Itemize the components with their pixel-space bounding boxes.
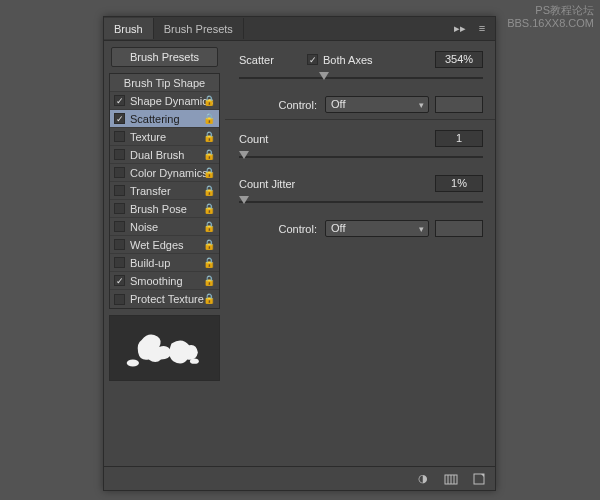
label: Dual Brush: [130, 149, 184, 161]
checkbox-brush-pose[interactable]: [114, 203, 125, 214]
new-brush-icon[interactable]: [443, 472, 459, 486]
option-noise[interactable]: Noise🔒: [110, 218, 219, 236]
count-slider[interactable]: [239, 151, 483, 165]
label: Color Dynamics: [130, 167, 208, 179]
option-shape-dynamics[interactable]: Shape Dynamics🔒: [110, 92, 219, 110]
checkbox-dual-brush[interactable]: [114, 149, 125, 160]
label: Noise: [130, 221, 158, 233]
lock-icon[interactable]: 🔒: [203, 203, 215, 214]
option-protect-texture[interactable]: Protect Texture🔒: [110, 290, 219, 308]
label: Shape Dynamics: [130, 95, 213, 107]
toggle-preview-icon[interactable]: ◑: [415, 472, 431, 486]
lock-icon[interactable]: 🔒: [203, 167, 215, 178]
lock-icon[interactable]: 🔒: [203, 293, 215, 304]
brush-preview-shape: [110, 316, 219, 380]
checkbox-both-axes[interactable]: [307, 54, 318, 65]
option-wet-edges[interactable]: Wet Edges🔒: [110, 236, 219, 254]
label: Build-up: [130, 257, 170, 269]
brush-options-list: Brush Tip Shape Shape Dynamics🔒 Scatteri…: [109, 73, 220, 309]
scattering-settings: Scatter Both Axes 354% Control: Off Coun…: [225, 41, 495, 466]
label: Protect Texture: [130, 293, 204, 305]
count-jitter-control-swatch: [435, 220, 483, 237]
scatter-slider[interactable]: [239, 72, 483, 86]
option-scattering[interactable]: Scattering🔒: [110, 110, 219, 128]
count-jitter-value[interactable]: 1%: [435, 175, 483, 192]
option-texture[interactable]: Texture🔒: [110, 128, 219, 146]
control-label: Control:: [239, 99, 325, 111]
option-build-up[interactable]: Build-up🔒: [110, 254, 219, 272]
checkbox-shape-dynamics[interactable]: [114, 95, 125, 106]
count-jitter-control-select[interactable]: Off: [325, 220, 429, 237]
lock-icon[interactable]: 🔒: [203, 185, 215, 196]
brush-panel: Brush Brush Presets ▸▸ ≡ Brush Presets B…: [103, 16, 496, 491]
svg-point-1: [190, 359, 199, 364]
tab-brush[interactable]: Brush: [104, 18, 154, 39]
checkbox-texture[interactable]: [114, 131, 125, 142]
label: Wet Edges: [130, 239, 184, 251]
svg-point-0: [127, 359, 139, 366]
option-transfer[interactable]: Transfer🔒: [110, 182, 219, 200]
lock-icon[interactable]: 🔒: [203, 131, 215, 142]
label: Smoothing: [130, 275, 183, 287]
scatter-value[interactable]: 354%: [435, 51, 483, 68]
count-jitter-slider[interactable]: [239, 196, 483, 210]
option-dual-brush[interactable]: Dual Brush🔒: [110, 146, 219, 164]
lock-icon[interactable]: 🔒: [203, 221, 215, 232]
checkbox-scattering[interactable]: [114, 113, 125, 124]
checkbox-build-up[interactable]: [114, 257, 125, 268]
tab-brush-presets[interactable]: Brush Presets: [154, 18, 244, 39]
checkbox-protect-texture[interactable]: [114, 294, 125, 305]
brush-preview: [109, 315, 220, 381]
control-label-2: Control:: [239, 223, 325, 235]
both-axes-label: Both Axes: [323, 54, 373, 66]
brush-tip-shape-button[interactable]: Brush Tip Shape: [110, 74, 219, 92]
checkbox-wet-edges[interactable]: [114, 239, 125, 250]
toggle-panel-icon[interactable]: ▸▸: [453, 21, 467, 35]
lock-icon[interactable]: 🔒: [203, 239, 215, 250]
scatter-control-select[interactable]: Off: [325, 96, 429, 113]
panel-footer: ◑: [104, 466, 495, 490]
option-brush-pose[interactable]: Brush Pose🔒: [110, 200, 219, 218]
lock-icon[interactable]: 🔒: [203, 149, 215, 160]
lock-icon[interactable]: 🔒: [203, 113, 215, 124]
checkbox-transfer[interactable]: [114, 185, 125, 196]
count-value[interactable]: 1: [435, 130, 483, 147]
label: Transfer: [130, 185, 171, 197]
count-jitter-label: Count Jitter: [239, 178, 329, 190]
count-label: Count: [239, 133, 307, 145]
panel-menu-icon[interactable]: ≡: [475, 21, 489, 35]
brush-sidebar: Brush Presets Brush Tip Shape Shape Dyna…: [104, 41, 225, 466]
option-smoothing[interactable]: Smoothing🔒: [110, 272, 219, 290]
tab-bar: Brush Brush Presets ▸▸ ≡: [104, 17, 495, 41]
brush-presets-button[interactable]: Brush Presets: [111, 47, 218, 67]
scatter-control-swatch: [435, 96, 483, 113]
create-preset-icon[interactable]: [471, 472, 487, 486]
checkbox-noise[interactable]: [114, 221, 125, 232]
watermark-text: PS教程论坛 BBS.16XX8.COM: [507, 4, 594, 30]
label: Scattering: [130, 113, 180, 125]
lock-icon[interactable]: 🔒: [203, 275, 215, 286]
checkbox-color-dynamics[interactable]: [114, 167, 125, 178]
option-color-dynamics[interactable]: Color Dynamics🔒: [110, 164, 219, 182]
lock-icon[interactable]: 🔒: [203, 257, 215, 268]
scatter-label: Scatter: [239, 54, 307, 66]
label: Brush Pose: [130, 203, 187, 215]
label: Texture: [130, 131, 166, 143]
lock-icon[interactable]: 🔒: [203, 95, 215, 106]
checkbox-smoothing[interactable]: [114, 275, 125, 286]
